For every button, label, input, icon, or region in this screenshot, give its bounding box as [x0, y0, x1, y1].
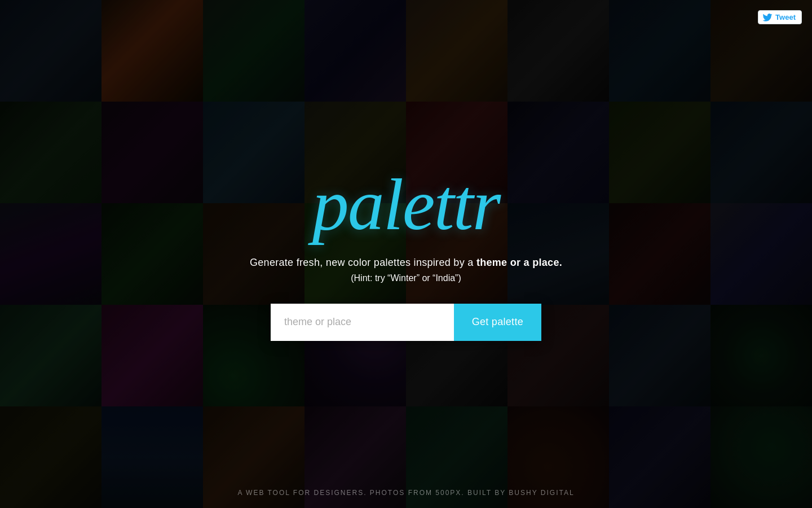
get-palette-button[interactable]: Get palette	[454, 304, 541, 341]
footer-text: A web tool for designers. Photos from 50…	[237, 489, 574, 497]
twitter-bird-icon	[762, 14, 773, 21]
subtitle: Generate fresh, new color palettes inspi…	[250, 257, 562, 269]
app-logo: palettr	[312, 168, 500, 241]
search-input[interactable]	[271, 304, 454, 341]
search-row: Get palette	[271, 304, 541, 341]
hint-text: (Hint: try “Winter” or “India”)	[351, 273, 461, 283]
tweet-button[interactable]: Tweet	[758, 10, 802, 24]
tweet-label: Tweet	[775, 13, 796, 21]
footer: A web tool for designers. Photos from 50…	[0, 489, 812, 497]
hero-section: palettr Generate fresh, new color palett…	[0, 0, 812, 508]
